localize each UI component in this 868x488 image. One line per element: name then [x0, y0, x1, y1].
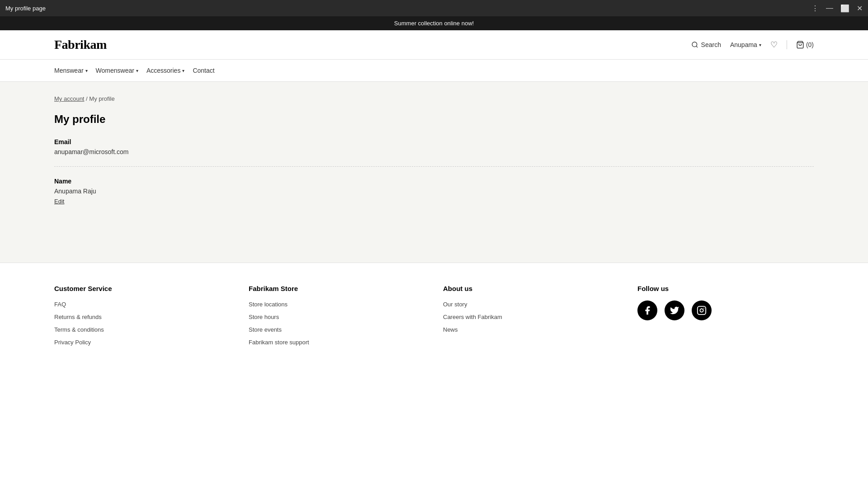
browser-chrome: My profile page ⋮ — ⬜ ✕	[0, 0, 868, 16]
list-item: Careers with Fabrikam	[443, 313, 619, 320]
cart-button[interactable]: (0)	[796, 41, 814, 49]
footer-link-returns[interactable]: Returns & refunds	[54, 314, 102, 320]
svg-rect-3	[698, 306, 706, 314]
search-icon	[691, 41, 698, 48]
search-label: Search	[701, 41, 721, 48]
nav-item-womenswear[interactable]: Womenswear ▾	[96, 60, 146, 81]
list-item: Store hours	[249, 313, 425, 320]
announcement-text: Summer collection online now!	[394, 20, 474, 27]
email-label: Email	[54, 138, 814, 145]
footer-about-links: Our story Careers with Fabrikam News	[443, 300, 619, 333]
page-title: My profile	[54, 113, 814, 126]
instagram-icon	[697, 305, 707, 315]
main-content: My account / My profile My profile Email…	[0, 82, 868, 263]
footer-link-news[interactable]: News	[443, 326, 458, 333]
site-nav: Menswear ▾ Womenswear ▾ Accessories ▾	[0, 60, 868, 82]
name-field: Name Anupama Raju Edit	[54, 178, 814, 205]
nav-label-womenswear: Womenswear	[96, 67, 134, 74]
email-field: Email anupamar@microsoft.com	[54, 138, 814, 155]
chevron-down-icon: ▾	[759, 42, 761, 47]
nav-item-menswear[interactable]: Menswear ▾	[54, 60, 96, 81]
footer-customer-service-title: Customer Service	[54, 285, 231, 292]
list-item: Privacy Policy	[54, 338, 231, 346]
footer-link-store-hours[interactable]: Store hours	[249, 314, 279, 320]
list-item: Terms & conditions	[54, 326, 231, 333]
nav-label-contact: Contact	[193, 67, 214, 74]
footer-link-our-story[interactable]: Our story	[443, 301, 467, 308]
list-item: FAQ	[54, 300, 231, 308]
footer-customer-service-links: FAQ Returns & refunds Terms & conditions…	[54, 300, 231, 346]
list-item: Our story	[443, 300, 619, 308]
browser-menu-icon[interactable]: ⋮	[811, 4, 819, 13]
womenswear-chevron-icon: ▾	[136, 68, 138, 73]
name-label: Name	[54, 178, 814, 185]
browser-close-icon[interactable]: ✕	[857, 4, 863, 13]
footer-fabrikam-store: Fabrikam Store Store locations Store hou…	[249, 285, 425, 346]
nav-label-menswear: Menswear	[54, 67, 84, 74]
accessories-chevron-icon: ▾	[182, 68, 184, 73]
facebook-icon	[642, 305, 652, 315]
footer-link-careers[interactable]: Careers with Fabrikam	[443, 314, 502, 320]
footer-about-us: About us Our story Careers with Fabrikam…	[443, 285, 619, 346]
list-item: Returns & refunds	[54, 313, 231, 320]
facebook-button[interactable]	[637, 300, 657, 320]
header-actions: Search Anupama ▾ ♡ (0)	[691, 40, 814, 50]
site-footer: Customer Service FAQ Returns & refunds T…	[0, 263, 868, 364]
footer-grid: Customer Service FAQ Returns & refunds T…	[54, 285, 814, 346]
instagram-button[interactable]	[692, 300, 712, 320]
search-button[interactable]: Search	[691, 41, 721, 48]
user-name: Anupama	[730, 41, 757, 48]
footer-customer-service: Customer Service FAQ Returns & refunds T…	[54, 285, 231, 346]
site-logo[interactable]: Fabrikam	[54, 38, 107, 52]
browser-title: My profile page	[5, 5, 46, 12]
svg-line-1	[696, 46, 698, 47]
footer-store-links: Store locations Store hours Store events…	[249, 300, 425, 346]
user-menu[interactable]: Anupama ▾	[730, 41, 761, 48]
list-item: Store locations	[249, 300, 425, 308]
footer-follow-us: Follow us	[637, 285, 814, 346]
footer-fabrikam-store-title: Fabrikam Store	[249, 285, 425, 292]
nav-label-accessories: Accessories	[146, 67, 180, 74]
profile-divider	[54, 166, 814, 167]
list-item: News	[443, 326, 619, 333]
footer-link-store-support[interactable]: Fabrikam store support	[249, 339, 309, 346]
breadcrumb: My account / My profile	[54, 95, 814, 102]
nav-item-contact[interactable]: Contact	[193, 60, 222, 81]
site-header: Fabrikam Search Anupama ▾ ♡ (0)	[0, 30, 868, 60]
footer-link-terms[interactable]: Terms & conditions	[54, 326, 104, 333]
footer-link-store-locations[interactable]: Store locations	[249, 301, 288, 308]
footer-link-privacy[interactable]: Privacy Policy	[54, 339, 91, 346]
email-value: anupamar@microsoft.com	[54, 148, 814, 155]
browser-controls: ⋮ — ⬜ ✕	[811, 4, 863, 13]
breadcrumb-my-account[interactable]: My account	[54, 95, 84, 102]
cart-label: (0)	[806, 41, 814, 48]
header-divider	[787, 40, 787, 49]
footer-follow-us-title: Follow us	[637, 285, 814, 292]
browser-minimize-icon[interactable]: —	[826, 4, 833, 12]
wishlist-button[interactable]: ♡	[770, 40, 778, 50]
social-icons	[637, 300, 814, 320]
footer-about-us-title: About us	[443, 285, 619, 292]
twitter-icon	[670, 305, 679, 315]
cart-icon	[796, 41, 804, 49]
list-item: Fabrikam store support	[249, 338, 425, 346]
announcement-bar: Summer collection online now!	[0, 16, 868, 30]
edit-link[interactable]: Edit	[54, 198, 64, 205]
menswear-chevron-icon: ▾	[85, 68, 88, 73]
footer-link-store-events[interactable]: Store events	[249, 326, 282, 333]
browser-maximize-icon[interactable]: ⬜	[840, 4, 849, 13]
twitter-button[interactable]	[665, 300, 684, 320]
svg-point-0	[692, 42, 697, 47]
footer-link-faq[interactable]: FAQ	[54, 301, 66, 308]
breadcrumb-current: My profile	[89, 95, 114, 102]
nav-item-accessories[interactable]: Accessories ▾	[146, 60, 193, 81]
name-value: Anupama Raju	[54, 188, 814, 195]
list-item: Store events	[249, 326, 425, 333]
